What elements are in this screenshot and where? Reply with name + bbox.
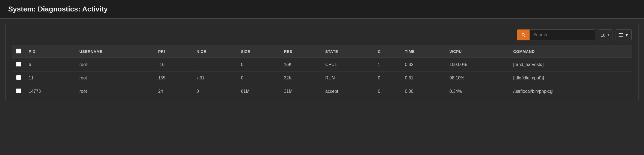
cell-time-1: 0:31 (401, 71, 446, 85)
table-row: 6root-16-016KCPU110:32100.00%[rand_harve… (12, 58, 632, 71)
page-title: System: Diagnostics: Activity (8, 5, 636, 13)
table-body: 6root-16-016KCPU110:32100.00%[rand_harve… (12, 58, 632, 98)
search-button[interactable] (517, 29, 530, 40)
cell-c-0: 1 (374, 58, 401, 71)
col-header-size: SIZE (237, 45, 280, 58)
cell-command-2: /usr/local/bin/php-cgi (509, 85, 632, 98)
cell-c-1: 0 (374, 71, 401, 85)
cell-nice-1: ki31 (193, 71, 237, 85)
select-all-checkbox[interactable] (16, 49, 21, 53)
cell-pid-0: 6 (25, 58, 76, 71)
cell-res-1: 32K (280, 71, 321, 85)
table-row: 14773root24061M31Maccept00:000.34%/usr/l… (12, 85, 632, 98)
cell-res-0: 16K (280, 58, 321, 71)
cell-command-1: [idle{idle: cpu0}] (509, 71, 632, 85)
cell-size-2: 61M (237, 85, 280, 98)
col-header-c: C (374, 45, 401, 58)
cell-time-2: 0:00 (401, 85, 446, 98)
table-row: 11root155ki31032KRUN00:3198.10%[idle{idl… (12, 71, 632, 85)
cell-time-0: 0:32 (401, 58, 446, 71)
count-value: 10 (601, 33, 605, 37)
cell-wcpu-0: 100.00% (446, 58, 510, 71)
header-checkbox-cell (12, 45, 25, 58)
col-header-username: USERNAME (76, 45, 154, 58)
row-checkbox-cell (12, 58, 25, 71)
cell-username-0: root (76, 58, 154, 71)
view-dropdown[interactable]: ▼ (616, 29, 632, 40)
cell-state-2: accept (321, 85, 374, 98)
cell-pid-1: 11 (25, 71, 76, 85)
cell-wcpu-1: 98.10% (446, 71, 510, 85)
cell-state-0: CPU1 (321, 58, 374, 71)
search-icon (521, 32, 526, 37)
search-input[interactable] (530, 29, 595, 40)
cell-pri-0: -16 (154, 58, 193, 71)
count-arrow-icon: ▼ (607, 33, 610, 37)
cell-size-1: 0 (237, 71, 280, 85)
main-content: 10 ▼ ▼ PID USERNAME PRI NICE SIZE (5, 24, 639, 101)
cell-nice-0: - (193, 58, 237, 71)
col-header-command: COMMAND (509, 45, 632, 58)
view-arrow-icon: ▼ (625, 33, 629, 37)
page-header: System: Diagnostics: Activity (0, 0, 644, 19)
cell-c-2: 0 (374, 85, 401, 98)
col-header-pri: PRI (154, 45, 193, 58)
cell-pid-2: 14773 (25, 85, 76, 98)
col-header-time: TIME (401, 45, 446, 58)
col-header-nice: NICE (193, 45, 237, 58)
cell-username-2: root (76, 85, 154, 98)
count-dropdown[interactable]: 10 ▼ (598, 29, 613, 40)
toolbar: 10 ▼ ▼ (12, 29, 632, 40)
cell-state-1: RUN (321, 71, 374, 85)
col-header-state: STATE (321, 45, 374, 58)
col-header-wcpu: WCPU (446, 45, 510, 58)
row-checkbox-cell (12, 85, 25, 98)
search-group (517, 29, 595, 40)
table-header: PID USERNAME PRI NICE SIZE RES STATE C T… (12, 45, 632, 58)
cell-res-2: 31M (280, 85, 321, 98)
cell-pri-1: 155 (154, 71, 193, 85)
row-checkbox-1[interactable] (16, 75, 21, 80)
row-checkbox-cell (12, 71, 25, 85)
cell-username-1: root (76, 71, 154, 85)
cell-pri-2: 24 (154, 85, 193, 98)
row-checkbox-2[interactable] (16, 88, 21, 93)
col-header-pid: PID (25, 45, 76, 58)
activity-table: PID USERNAME PRI NICE SIZE RES STATE C T… (12, 45, 632, 98)
cell-nice-2: 0 (193, 85, 237, 98)
cell-wcpu-2: 0.34% (446, 85, 510, 98)
list-view-icon (619, 33, 623, 37)
cell-command-0: [rand_harvestq] (509, 58, 632, 71)
cell-size-0: 0 (237, 58, 280, 71)
row-checkbox-0[interactable] (16, 62, 21, 67)
col-header-res: RES (280, 45, 321, 58)
